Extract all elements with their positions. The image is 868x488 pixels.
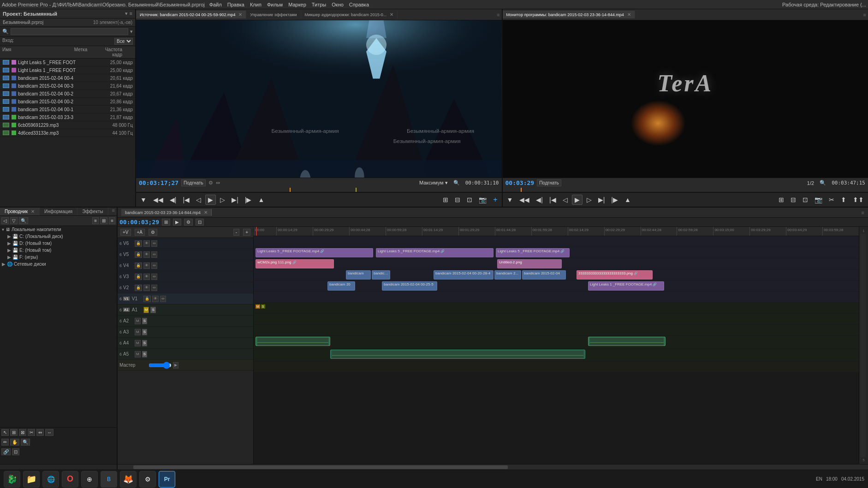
tree-drive-d[interactable]: ▶ 💾 D: (Новый том): [0, 240, 117, 247]
lane-v2[interactable]: bandicam 20 bandicam 2015-02-04 00-25-5 …: [254, 280, 859, 292]
source-camera-btn[interactable]: 📷: [476, 195, 489, 204]
tool-zoom-btn[interactable]: 🔍: [21, 439, 30, 446]
project-item[interactable]: bandicam 2015-02-04 00-321,64 кадр: [0, 82, 135, 90]
source-step-back2-btn[interactable]: ◁: [194, 195, 203, 204]
taskbar-firefox[interactable]: 🦊: [120, 471, 137, 488]
menu-help[interactable]: Справка: [349, 2, 369, 7]
program-trim-btn[interactable]: ✂: [826, 195, 837, 204]
tree-drive-f[interactable]: ▶ 💾 F: (игры): [0, 254, 117, 261]
source-prev-frame-btn[interactable]: ◀◀: [151, 195, 166, 204]
tool-snap-btn[interactable]: ⊡: [12, 448, 19, 455]
filebrowser-back-btn[interactable]: ◁: [1, 217, 9, 224]
master-solo-btn[interactable]: ▶: [173, 362, 178, 369]
menu-window[interactable]: Окно: [332, 2, 344, 7]
track-solo-a5[interactable]: S: [142, 351, 147, 357]
track-toggle-v5[interactable]: 🔒: [135, 251, 142, 258]
tool-roll-btn[interactable]: ⊠: [19, 429, 26, 436]
project-item[interactable]: bandicam 2015-02-04 00-420,61 кадр: [0, 74, 135, 82]
source-play-btn[interactable]: ▶: [205, 195, 216, 205]
track-solo-a4[interactable]: S: [142, 340, 147, 346]
track-sync2-v2[interactable]: ⇔: [151, 285, 157, 291]
track-mute-a4[interactable]: M: [135, 340, 141, 346]
lane-master[interactable]: [254, 362, 859, 373]
track-sync2-v5[interactable]: ⇔: [151, 251, 157, 258]
lane-a5[interactable]: [254, 349, 859, 362]
project-collapse-btn[interactable]: ▾: [125, 11, 128, 17]
h-scroll-track[interactable]: [119, 465, 867, 469]
program-fit-dropdown[interactable]: Подгнать: [537, 179, 561, 186]
project-item[interactable]: bandicam 2015-02-04 00-121,36 кадр: [0, 106, 135, 113]
tl-tool-settings[interactable]: ⚙: [184, 219, 193, 226]
clip-v2-2[interactable]: bandicam 2015-02-04 00-25-5: [382, 281, 437, 291]
track-eye-v6[interactable]: 👁: [143, 240, 150, 247]
tab-effects[interactable]: Эффекты: [77, 208, 108, 215]
project-item[interactable]: bandicam 2015-02-04 00-220,86 кадр: [0, 98, 135, 106]
source-safe-btn[interactable]: ⊡: [464, 195, 475, 204]
project-search-input[interactable]: [11, 28, 128, 35]
menu-file[interactable]: Файл: [209, 2, 222, 7]
tool-link-btn[interactable]: 🔗: [1, 448, 11, 455]
program-overwrite-btn[interactable]: ⊟: [788, 195, 798, 204]
clip-v5-3[interactable]: Light Leaks 5 _FREE FOOTAGE.mp4 🔗: [496, 248, 570, 257]
clip-v3-4[interactable]: bandicam 2...: [494, 270, 521, 280]
track-toggle-v6[interactable]: 🔒: [135, 240, 142, 247]
track-solo-a3[interactable]: S: [142, 329, 147, 335]
program-prev-frame-btn[interactable]: ◀◀: [517, 195, 532, 204]
program-camera-btn[interactable]: 📷: [812, 195, 825, 204]
clip-v4-2[interactable]: Untitled-2.png: [497, 259, 562, 268]
track-sync2-v1[interactable]: ⇔: [160, 296, 166, 302]
lane-a2[interactable]: [254, 314, 859, 325]
program-extract-btn[interactable]: ⬆⬆: [850, 195, 866, 204]
tool-slip-btn[interactable]: ⇔: [36, 429, 44, 436]
source-step-fwd-btn[interactable]: ▷: [218, 195, 227, 204]
project-item[interactable]: bandicam 2015-02-03 23-321,87 кадр: [0, 113, 135, 121]
source-prev-edit-btn[interactable]: |◀: [181, 195, 192, 204]
menu-clip[interactable]: Клип: [250, 2, 262, 7]
tree-drive-c[interactable]: ▶ 💾 C: (Локальный диск): [0, 233, 117, 240]
left-panel-menu[interactable]: ≡: [110, 208, 117, 215]
filebrowser-view-grid[interactable]: ⊞: [100, 217, 107, 224]
timeline-right-scrollbar[interactable]: 1 5: [859, 227, 868, 464]
track-solo-a2[interactable]: S: [142, 318, 147, 324]
tree-local-drives[interactable]: ▾ 🖥 Локальные накопители: [0, 226, 117, 233]
program-tab-close[interactable]: ✕: [627, 12, 631, 17]
clip-v3-6[interactable]: 33333333333333333333333.png 🔗: [577, 270, 653, 280]
audio-mixer-tab-close[interactable]: ✕: [390, 12, 393, 17]
filebrowser-search-btn[interactable]: 🔍: [19, 217, 28, 224]
lane-v3[interactable]: bandicam bandicam bandicam 2015-02-04 00…: [254, 269, 859, 280]
tool-hand-btn[interactable]: ✋: [10, 439, 19, 446]
filebrowser-filter-btn[interactable]: ▽: [10, 217, 18, 224]
taskbar-explorer[interactable]: 📁: [23, 471, 40, 488]
track-eye-v1[interactable]: 👁: [152, 296, 159, 302]
effects-tab[interactable]: Управление эффектами: [246, 11, 301, 18]
tool-pen-btn[interactable]: ✏: [1, 439, 9, 446]
project-menu-btn[interactable]: ≡: [130, 11, 132, 17]
tl-tool-play[interactable]: ▶: [173, 219, 181, 226]
program-next-edit-btn[interactable]: ▶|: [596, 195, 607, 204]
tab-info[interactable]: Информация: [40, 208, 77, 215]
tool-ripple-btn[interactable]: ⊞: [10, 429, 18, 436]
tree-drive-e[interactable]: ▶ 💾 E: (Новый том): [0, 247, 117, 254]
source-next-edit-btn[interactable]: ▶|: [229, 195, 241, 204]
timeline-menu-btn[interactable]: ≡: [862, 210, 864, 215]
program-tab[interactable]: Монитор программы: bandicam 2015-02-03 2…: [503, 11, 635, 18]
project-item[interactable]: 6cb059691229.mp348 000 Гц: [0, 121, 135, 129]
track-mute-a1[interactable]: M: [143, 307, 149, 313]
sequence-tab-close[interactable]: ✕: [204, 210, 208, 215]
source-timebar[interactable]: [136, 188, 502, 192]
audio-mixer-tab[interactable]: Микшер аудиодорожки: bandicam 2015-0... …: [301, 11, 398, 18]
taskbar-chrome[interactable]: ⊕: [81, 471, 98, 488]
source-panel-menu[interactable]: ≡: [495, 12, 501, 18]
track-toggle-v2[interactable]: 🔒: [135, 285, 142, 291]
program-insert-btn[interactable]: ⊞: [776, 195, 786, 204]
clip-v3-2[interactable]: bandicam: [372, 270, 390, 280]
program-safe-btn[interactable]: ⊡: [800, 195, 810, 204]
track-eye-v4[interactable]: 👁: [143, 262, 150, 269]
source-mark-in-btn[interactable]: ▼: [138, 195, 149, 204]
menu-titles[interactable]: Титры: [312, 2, 326, 7]
lane-v6[interactable]: [254, 236, 859, 247]
menu-film[interactable]: Фильм: [267, 2, 283, 7]
track-sync2-v4[interactable]: ⇔: [151, 262, 157, 269]
track-mute-a5[interactable]: M: [135, 351, 141, 357]
tl-tool-add-track[interactable]: ⊞: [162, 219, 170, 226]
